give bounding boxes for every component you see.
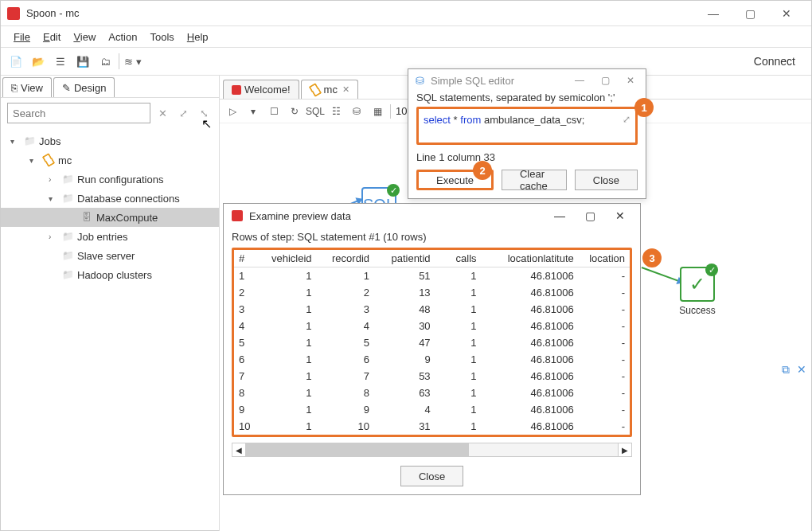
stop-icon[interactable]: ☐ [266, 103, 282, 119]
column-header[interactable]: # [234, 250, 259, 267]
menubar: File Edit View Action Tools Help [1, 26, 811, 47]
table-row[interactable]: 21213146.81006- [234, 284, 630, 301]
minimize-button[interactable]: — [695, 1, 732, 26]
search-input[interactable] [7, 103, 150, 123]
tree-mc[interactable]: ▾mc [1, 150, 219, 170]
tab-welcome[interactable]: Welcome! [223, 80, 299, 99]
popout-icon[interactable]: ⧉ [779, 362, 793, 377]
table-cell: - [579, 318, 630, 334]
table-row[interactable]: 71753146.81006- [234, 368, 630, 385]
tab-view[interactable]: ⎘ View [2, 77, 52, 97]
table-row[interactable]: 9194146.81006- [234, 401, 630, 418]
menu-tools[interactable]: Tools [143, 29, 180, 45]
table-row[interactable]: 81863146.81006- [234, 385, 630, 401]
scroll-thumb[interactable] [246, 443, 469, 456]
connect-button[interactable]: Connect [744, 55, 805, 68]
sql-icon[interactable]: SQL [307, 103, 323, 119]
explore-icon[interactable]: ☰ [52, 53, 69, 70]
tree-run-config[interactable]: ›Run configurations [1, 170, 219, 189]
close-button[interactable]: ✕ [620, 72, 641, 88]
tree-hadoop[interactable]: Hadoop clusters [1, 265, 219, 284]
column-header[interactable]: calls [435, 250, 482, 267]
maximize-button[interactable]: ▢ [732, 1, 768, 26]
maximize-button[interactable]: ▢ [578, 209, 602, 222]
close-tab-icon[interactable]: ✕ [342, 84, 349, 95]
column-header[interactable]: locationlatitute [482, 250, 579, 267]
preview-table: #vehicleidrecordidpatientidcallslocation… [234, 250, 630, 435]
tab-mc[interactable]: mc ✕ [301, 80, 358, 99]
menu-edit[interactable]: Edit [37, 29, 67, 45]
column-header[interactable]: location [579, 250, 630, 267]
layers-icon[interactable]: ≋ ▾ [124, 53, 142, 70]
table-row[interactable]: 1011031146.81006- [234, 418, 630, 435]
column-header[interactable]: recordid [317, 250, 374, 267]
right-panel-icons: ⧉ ✕ [779, 362, 809, 377]
play-dropdown-icon[interactable]: ▾ [245, 103, 261, 119]
column-header[interactable]: patientid [374, 250, 435, 267]
expand-icon[interactable]: ⤢ [623, 114, 630, 125]
scroll-left-icon[interactable]: ◀ [232, 443, 246, 457]
close-panel-icon[interactable]: ✕ [794, 362, 809, 377]
tree-jobs[interactable]: ▾Jobs [1, 131, 219, 150]
table-cell: 1 [259, 418, 316, 435]
callout-3: 3 [642, 248, 662, 267]
preview-close-button[interactable]: Close [400, 466, 463, 486]
collapse-tree-icon[interactable]: ⤡ [195, 104, 213, 122]
tree-job-entries[interactable]: ›Job entries [1, 227, 219, 246]
table-row[interactable]: 31348146.81006- [234, 301, 630, 318]
tab-design[interactable]: ✎ Design [53, 77, 115, 97]
scroll-track[interactable] [246, 443, 618, 457]
table-cell: 7 [234, 368, 259, 385]
saveas-icon[interactable]: 🗂 [96, 53, 114, 70]
menu-file[interactable]: File [7, 29, 37, 45]
table-cell: 1 [259, 351, 316, 368]
node-success[interactable]: ✓✓ Success [666, 267, 729, 316]
tree-runconfig-label: Run configurations [77, 174, 163, 185]
clear-cache-button[interactable]: Clear cache [502, 170, 567, 190]
table-cell: 46.81006 [482, 334, 579, 351]
table-row[interactable]: 6169146.81006- [234, 351, 630, 368]
table-row[interactable]: 51547146.81006- [234, 334, 630, 351]
horizontal-scrollbar[interactable]: ◀ ▶ [232, 442, 632, 458]
preview-icon[interactable]: ☷ [328, 103, 344, 119]
menu-view[interactable]: View [67, 29, 102, 45]
table-cell: 4 [374, 401, 435, 418]
tree-slave-server[interactable]: Slave server [1, 246, 219, 265]
save-icon[interactable]: 💾 [74, 53, 92, 70]
table-cell: 1 [435, 301, 482, 318]
open-icon[interactable]: 📂 [29, 53, 47, 70]
clear-search-icon[interactable]: ✕ [154, 104, 171, 122]
new-file-icon[interactable]: 📄 [7, 53, 25, 70]
replay-icon[interactable]: ↻ [287, 103, 303, 119]
table-cell: - [579, 351, 630, 368]
table-row[interactable]: 11151146.81006- [234, 267, 630, 285]
maximize-button[interactable]: ▢ [595, 72, 615, 88]
menu-help[interactable]: Help [181, 29, 215, 45]
table-cell: 9 [317, 401, 374, 418]
column-header[interactable]: vehicleid [259, 250, 316, 267]
table-cell: 8 [317, 385, 374, 401]
preview-window: Examine preview data — ▢ ✕ Rows of step:… [223, 203, 641, 495]
table-row[interactable]: 41430146.81006- [234, 318, 630, 334]
play-icon[interactable]: ▷ [224, 103, 240, 119]
success-badge-icon: ✓ [387, 184, 400, 197]
menu-action[interactable]: Action [102, 29, 143, 45]
sql-input[interactable]: select * from ambulance_data_csv; ⤢ [416, 107, 638, 145]
scroll-right-icon[interactable]: ▶ [618, 443, 632, 457]
table-cell: 1 [435, 385, 482, 401]
minimize-button[interactable]: — [548, 209, 572, 222]
db-icon[interactable]: ⛁ [349, 103, 365, 119]
tree-db-conn[interactable]: ▾Database connections [1, 189, 219, 208]
table-cell: 1 [259, 385, 316, 401]
tab-view-label: View [21, 82, 43, 94]
minimize-button[interactable]: — [569, 72, 590, 88]
close-button[interactable]: Close [575, 170, 638, 190]
grid-icon[interactable]: ▦ [369, 103, 385, 119]
table-cell: 6 [317, 351, 374, 368]
expand-tree-icon[interactable]: ⤢ [174, 104, 192, 122]
table-cell: 51 [374, 267, 435, 285]
close-button[interactable]: ✕ [608, 209, 632, 222]
tree-maxcompute[interactable]: MaxCompute [1, 208, 219, 227]
close-button[interactable]: ✕ [768, 1, 805, 26]
table-cell: 5 [234, 334, 259, 351]
